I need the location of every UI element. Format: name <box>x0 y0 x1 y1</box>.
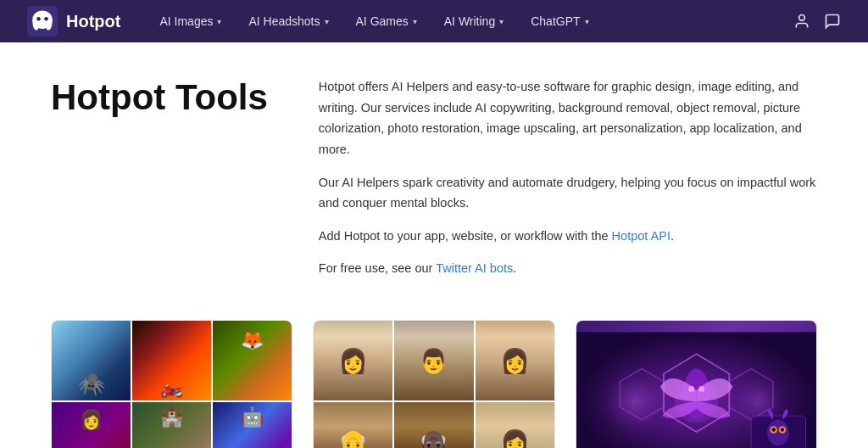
svg-point-13 <box>688 386 694 392</box>
art-cell-3: 🦊 <box>213 321 292 400</box>
chevron-down-icon: ▾ <box>585 17 589 26</box>
nav-item-chatgpt[interactable]: ChatGPT ▾ <box>519 9 600 33</box>
art-cell-4: 👩 <box>52 402 131 448</box>
art-cell-5: 🏰 <box>132 402 211 448</box>
logo-text: Hotpot <box>66 12 120 31</box>
nav-links: AI Images ▾ AI Headshots ▾ AI Games ▾ AI… <box>147 9 793 33</box>
logo[interactable]: Hotpot <box>27 6 120 36</box>
card-art-generator[interactable]: 🕷️ 🏍️ 🦊 👩 <box>51 320 292 448</box>
headshot-cell-4: 👴 <box>314 402 392 448</box>
headshot-cell-6: 👩 <box>476 402 554 448</box>
card-headshot-generator[interactable]: 👩 👨 👩 👴 👴🏿 👩 <box>313 320 554 448</box>
headshot-cell-2: 👨 <box>394 321 473 400</box>
headshot-cell-3: 👩 <box>476 321 554 400</box>
nav-item-ai-images[interactable]: AI Images ▾ <box>147 9 233 33</box>
svg-point-4 <box>799 15 805 21</box>
svg-point-19 <box>771 428 775 431</box>
page-title: Hotpot Tools <box>51 76 268 119</box>
card-game-image <box>576 321 816 448</box>
user-icon[interactable] <box>793 13 810 30</box>
headshot-cell-5: 👴🏿 <box>394 402 473 448</box>
card-headshot-image: 👩 👨 👩 👴 👴🏿 👩 <box>314 321 554 448</box>
nav-item-ai-games[interactable]: AI Games ▾ <box>344 9 429 33</box>
chevron-down-icon: ▾ <box>217 17 221 26</box>
svg-point-16 <box>767 420 789 446</box>
hero-section: Hotpot Tools Hotpot offers AI Helpers an… <box>51 76 817 279</box>
art-cell-6: 🤖 <box>213 402 292 448</box>
hotpot-api-link[interactable]: Hotpot API <box>612 229 670 243</box>
chevron-down-icon: ▾ <box>413 17 417 26</box>
svg-point-14 <box>698 386 704 392</box>
svg-point-3 <box>44 17 48 21</box>
cards-row: 🕷️ 🏍️ 🦊 👩 <box>51 320 817 448</box>
hero-description: Hotpot offers AI Helpers and easy-to-use… <box>319 76 817 279</box>
nav-item-ai-writing[interactable]: AI Writing ▾ <box>432 9 515 33</box>
nav-right <box>793 13 841 30</box>
hero-para-1: Hotpot offers AI Helpers and easy-to-use… <box>319 76 817 160</box>
card-art-image: 🕷️ 🏍️ 🦊 👩 <box>52 321 292 448</box>
art-cell-1: 🕷️ <box>52 321 131 400</box>
svg-point-6 <box>598 365 670 438</box>
chevron-down-icon: ▾ <box>499 17 504 26</box>
hero-para-4: For free use, see our Twitter AI bots. <box>319 258 817 279</box>
hero-para-3: Add Hotpot to your app, website, or work… <box>319 226 817 247</box>
svg-point-20 <box>780 428 783 431</box>
card-game-tools[interactable]: AI Game Tools <box>576 320 817 448</box>
twitter-bots-link[interactable]: Twitter AI bots <box>436 261 513 275</box>
main-nav: Hotpot AI Images ▾ AI Headshots ▾ AI Gam… <box>0 0 868 42</box>
art-cell-2: 🏍️ <box>132 321 211 400</box>
nav-item-ai-headshots[interactable]: AI Headshots ▾ <box>236 9 340 33</box>
hero-para-2: Our AI Helpers spark creativity and auto… <box>319 172 817 214</box>
headshot-cell-1: 👩 <box>314 321 392 400</box>
svg-point-2 <box>36 17 41 21</box>
chat-icon[interactable] <box>824 13 841 30</box>
chevron-down-icon: ▾ <box>325 17 329 26</box>
